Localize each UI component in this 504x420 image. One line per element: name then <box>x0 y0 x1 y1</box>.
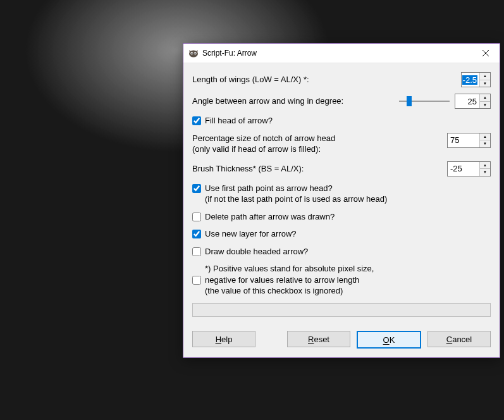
script-fu-arrow-dialog: Script-Fu: Arrow Length of wings (LoW = … <box>183 43 500 358</box>
first-point-checkbox[interactable] <box>192 184 201 193</box>
close-button[interactable] <box>471 44 500 63</box>
spin-up-icon[interactable]: ▲ <box>480 73 490 80</box>
row-double-headed: Draw double headed arrow? <box>192 246 491 257</box>
ok-button[interactable]: OK <box>357 331 421 349</box>
row-angle: Angle between arrow and wing in degree: … <box>192 94 491 109</box>
spin-down-icon[interactable]: ▼ <box>480 140 490 147</box>
cancel-text: ancel <box>452 335 472 344</box>
angle-control-group: ▲ ▼ <box>399 94 491 109</box>
spinner-buttons: ▲ ▼ <box>479 73 490 87</box>
footnote-label: *) Positive values stand for absolute pi… <box>205 263 374 297</box>
help-button[interactable]: Help <box>192 331 255 347</box>
slider-thumb[interactable] <box>407 96 412 106</box>
svg-point-4 <box>195 53 196 54</box>
spin-up-icon[interactable]: ▲ <box>480 162 490 170</box>
window-title: Script-Fu: Arrow <box>202 49 471 58</box>
svg-point-0 <box>189 51 198 58</box>
cancel-button[interactable]: Cancel <box>427 331 491 347</box>
spin-up-icon[interactable]: ▲ <box>480 94 490 102</box>
dialog-content: Length of wings (LoW = AL/X) *: -2.5 ▲ ▼… <box>183 63 500 324</box>
spin-up-icon[interactable]: ▲ <box>480 133 490 141</box>
length-of-wings-value[interactable]: -2.5 <box>462 73 479 87</box>
spin-down-icon[interactable]: ▼ <box>480 102 490 109</box>
row-length-of-wings: Length of wings (LoW = AL/X) *: -2.5 ▲ ▼ <box>192 72 491 87</box>
delete-path-label[interactable]: Delete path after arrow was drawn? <box>205 211 335 223</box>
double-headed-label[interactable]: Draw double headed arrow? <box>205 246 308 257</box>
wilber-icon <box>188 48 199 58</box>
progress-bar <box>192 303 491 317</box>
new-layer-checkbox[interactable] <box>192 230 201 238</box>
row-delete-path: Delete path after arrow was drawn? <box>192 211 491 223</box>
row-first-point: Use first path point as arrow head? (if … <box>192 183 491 205</box>
new-layer-label[interactable]: Use new layer for arrow? <box>205 228 297 240</box>
fill-head-label[interactable]: Fill head of arrow? <box>205 115 273 127</box>
brush-spinner[interactable]: ▲ ▼ <box>447 161 491 176</box>
notch-label: Percentage size of notch of arrow head (… <box>192 133 447 155</box>
svg-point-3 <box>192 53 193 54</box>
delete-path-checkbox[interactable] <box>192 213 201 221</box>
titlebar: Script-Fu: Arrow <box>183 44 500 63</box>
angle-input[interactable] <box>455 94 479 108</box>
spin-down-icon[interactable]: ▼ <box>480 80 490 87</box>
brush-label: Brush Thickness* (BS = AL/X): <box>192 163 447 175</box>
double-headed-checkbox[interactable] <box>192 247 201 256</box>
row-notch: Percentage size of notch of arrow head (… <box>192 133 491 155</box>
length-of-wings-label: Length of wings (LoW = AL/X) *: <box>192 74 461 85</box>
close-icon <box>482 50 489 56</box>
row-footnote: *) Positive values stand for absolute pi… <box>192 263 491 297</box>
notch-input[interactable] <box>448 133 479 147</box>
spinner-buttons: ▲ ▼ <box>479 94 490 108</box>
angle-spinner[interactable]: ▲ ▼ <box>455 94 491 109</box>
angle-label: Angle between arrow and wing in degree: <box>192 96 399 107</box>
reset-button[interactable]: Reset <box>287 331 350 347</box>
ok-text: K <box>390 335 395 345</box>
length-of-wings-spinner[interactable]: -2.5 ▲ ▼ <box>461 72 491 87</box>
row-brush: Brush Thickness* (BS = AL/X): ▲ ▼ <box>192 161 491 176</box>
spin-down-icon[interactable]: ▼ <box>480 169 490 176</box>
help-text: elp <box>221 335 232 344</box>
notch-spinner[interactable]: ▲ ▼ <box>447 133 491 148</box>
angle-slider[interactable] <box>399 95 450 108</box>
row-fill-head: Fill head of arrow? <box>192 115 491 127</box>
spinner-buttons: ▲ ▼ <box>479 133 490 147</box>
row-new-layer: Use new layer for arrow? <box>192 228 491 240</box>
button-bar: Help Reset OK Cancel <box>183 324 500 357</box>
first-point-label[interactable]: Use first path point as arrow head? (if … <box>205 183 387 205</box>
brush-input[interactable] <box>448 162 479 176</box>
fill-head-checkbox[interactable] <box>192 116 201 125</box>
spinner-buttons: ▲ ▼ <box>479 162 490 176</box>
reset-text: eset <box>314 335 329 344</box>
footnote-checkbox[interactable] <box>192 276 201 285</box>
